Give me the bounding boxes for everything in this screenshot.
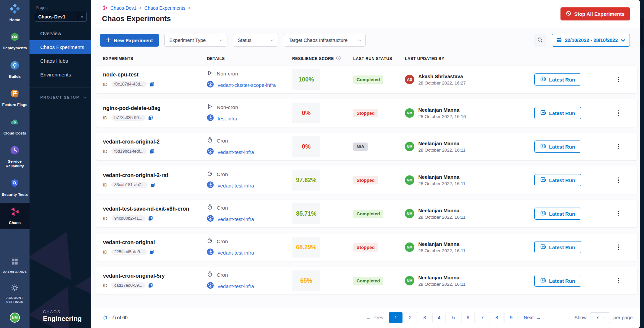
- breadcrumb-experiments-link[interactable]: Chaos Experiments: [144, 5, 185, 11]
- avatar: NM: [405, 242, 414, 252]
- row-menu-kebab-icon[interactable]: [616, 142, 621, 152]
- experiment-name[interactable]: vedant-cron-original-2: [103, 139, 207, 145]
- page-button-8[interactable]: 8: [490, 312, 503, 323]
- experiment-name[interactable]: node-cpu-test: [103, 72, 207, 78]
- user-avatar[interactable]: NM: [10, 313, 20, 323]
- experiment-type-filter[interactable]: Experiment Type: [164, 34, 227, 47]
- info-icon[interactable]: [336, 56, 341, 61]
- latest-run-button[interactable]: Latest Run: [534, 208, 581, 220]
- nav-account-settings[interactable]: ACCOUNT SETTINGS: [0, 280, 30, 308]
- nav-module-chaos[interactable]: Chaos: [0, 203, 30, 229]
- status-badge: Completed: [353, 210, 383, 218]
- copy-icon[interactable]: [148, 115, 153, 120]
- id-label: ID:: [103, 182, 109, 187]
- page-button-7[interactable]: 7: [476, 312, 489, 323]
- cloud-costs-icon: $: [10, 117, 20, 128]
- experiment-name[interactable]: vedant-cron-original: [103, 239, 207, 245]
- avatar: NM: [405, 209, 414, 218]
- latest-run-button[interactable]: Latest Run: [534, 275, 581, 287]
- target-infrastructure-filter[interactable]: Target Chaos Infrastructure: [284, 34, 366, 47]
- stop-all-experiments-button[interactable]: Stop All Experiments: [560, 7, 630, 20]
- copy-icon[interactable]: [149, 249, 154, 255]
- page-button-5[interactable]: 5: [447, 312, 460, 323]
- experiment-name[interactable]: vedant-cron-original-5ry: [103, 273, 207, 279]
- infra-link[interactable]: test-infra: [218, 116, 237, 121]
- experiment-name[interactable]: vedant-cron-original-2-raf: [103, 172, 207, 178]
- latest-run-button[interactable]: Latest Run: [534, 73, 581, 86]
- copy-icon[interactable]: [148, 216, 153, 221]
- sidebar-item-chaos-experiments[interactable]: Chaos Experiments: [30, 40, 91, 54]
- per-page-select[interactable]: 7: [590, 312, 610, 323]
- row-menu-kebab-icon[interactable]: [616, 108, 621, 118]
- experiment-row: nginx-pod-delete-u8sg ID: b773c335-99...: [96, 99, 637, 127]
- page-button-3[interactable]: 3: [418, 312, 431, 323]
- sidebar-collapse-icon[interactable]: »: [78, 12, 86, 21]
- new-experiment-button[interactable]: New Experiment: [100, 34, 159, 47]
- sidebar-item-environments[interactable]: Environments: [30, 68, 91, 81]
- sidebar-divider: [30, 88, 91, 88]
- row-menu-kebab-icon[interactable]: [616, 75, 621, 85]
- infra-link[interactable]: vedant-test-infra: [218, 216, 254, 222]
- project-sidebar: Project » Overview Chaos Experiments Cha…: [30, 0, 91, 328]
- infra-link[interactable]: vedant-cluster-scope-infra: [218, 82, 276, 88]
- run-view-icon: [540, 210, 546, 217]
- latest-run-button[interactable]: Latest Run: [534, 107, 581, 119]
- project-name-input[interactable]: [35, 14, 78, 19]
- latest-run-button[interactable]: Latest Run: [534, 141, 581, 153]
- nav-module-label: Cloud Costs: [3, 131, 26, 135]
- infra-link[interactable]: vedant-test-infra: [218, 250, 254, 256]
- stop-icon: [566, 11, 571, 17]
- run-view-icon: [540, 76, 546, 83]
- filter-label: Target Chaos Infrastructure: [289, 38, 348, 43]
- nav-module-security-tests[interactable]: Security Tests: [0, 175, 30, 201]
- experiment-row: vedant-test-save-nd-exit-v8h-cron ID: 94…: [96, 200, 637, 227]
- user-name: Neelanjan Manna: [418, 241, 466, 247]
- infra-link[interactable]: vedant-test-infra: [218, 149, 254, 155]
- page-button-6[interactable]: 6: [461, 312, 475, 323]
- date-range-picker[interactable]: 22/10/2022 - 28/10/2022: [552, 34, 630, 47]
- schedule-type: Non-cron: [217, 71, 238, 77]
- nav-module-label: Deployments: [3, 46, 27, 50]
- nav-module-service-reliability[interactable]: Service Reliability: [0, 142, 30, 173]
- next-page-button[interactable]: Next →: [524, 315, 541, 320]
- row-menu-kebab-icon[interactable]: [616, 209, 621, 219]
- kubernetes-icon: [207, 114, 214, 122]
- sidebar-item-chaos-hubs[interactable]: Chaos Hubs: [30, 54, 91, 68]
- copy-icon[interactable]: [149, 149, 154, 154]
- row-menu-kebab-icon[interactable]: [616, 242, 621, 252]
- project-setup-section[interactable]: PROJECT SETUP: [40, 95, 86, 99]
- pagination-footer: (1 - 7) of 60 ← Prev 1 2 3 4 5 6 7 8 9 N…: [91, 308, 640, 328]
- nav-module-builds[interactable]: Builds: [0, 57, 30, 83]
- user-name: Neelanjan Manna: [418, 208, 466, 213]
- page-button-2[interactable]: 2: [404, 312, 417, 323]
- latest-run-button[interactable]: Latest Run: [534, 241, 581, 253]
- nav-dashboards[interactable]: DASHBOARDS: [0, 254, 30, 278]
- breadcrumb-project-link[interactable]: Chaos-Dev1: [110, 5, 137, 11]
- nav-module-cloud-costs[interactable]: $ Cloud Costs: [0, 113, 30, 140]
- sidebar-item-overview[interactable]: Overview: [30, 26, 91, 40]
- infra-link[interactable]: vedant-test-infra: [218, 183, 254, 188]
- resilience-score-box: 68.29%: [292, 237, 320, 258]
- nav-module-feature-flags[interactable]: Feature Flags: [0, 85, 30, 111]
- copy-icon[interactable]: [150, 182, 155, 187]
- experiment-name[interactable]: nginx-pod-delete-u8sg: [103, 105, 207, 111]
- infra-link[interactable]: vedant-test-infra: [218, 283, 254, 289]
- prev-page-button[interactable]: ← Prev: [366, 315, 383, 320]
- copy-icon[interactable]: [148, 283, 153, 288]
- page-button-1[interactable]: 1: [389, 312, 402, 323]
- copy-icon[interactable]: [149, 81, 154, 87]
- page-button-4[interactable]: 4: [432, 312, 446, 323]
- scrollbar-thumb[interactable]: [641, 18, 643, 47]
- avatar: NM: [405, 108, 414, 118]
- latest-run-button[interactable]: Latest Run: [534, 174, 581, 186]
- module-brand: CHAOS Engineering: [43, 310, 82, 323]
- nav-module-home[interactable]: Home: [0, 0, 30, 26]
- status-filter[interactable]: Status: [233, 34, 278, 47]
- row-menu-kebab-icon[interactable]: [616, 175, 621, 185]
- experiment-name[interactable]: vedant-test-save-nd-exit-v8h-cron: [103, 206, 207, 212]
- page-button-9[interactable]: 9: [504, 312, 518, 323]
- search-button[interactable]: [534, 34, 546, 47]
- row-menu-kebab-icon[interactable]: [616, 276, 621, 286]
- kubernetes-icon: [207, 215, 214, 223]
- nav-module-deployments[interactable]: Deployments: [0, 28, 30, 54]
